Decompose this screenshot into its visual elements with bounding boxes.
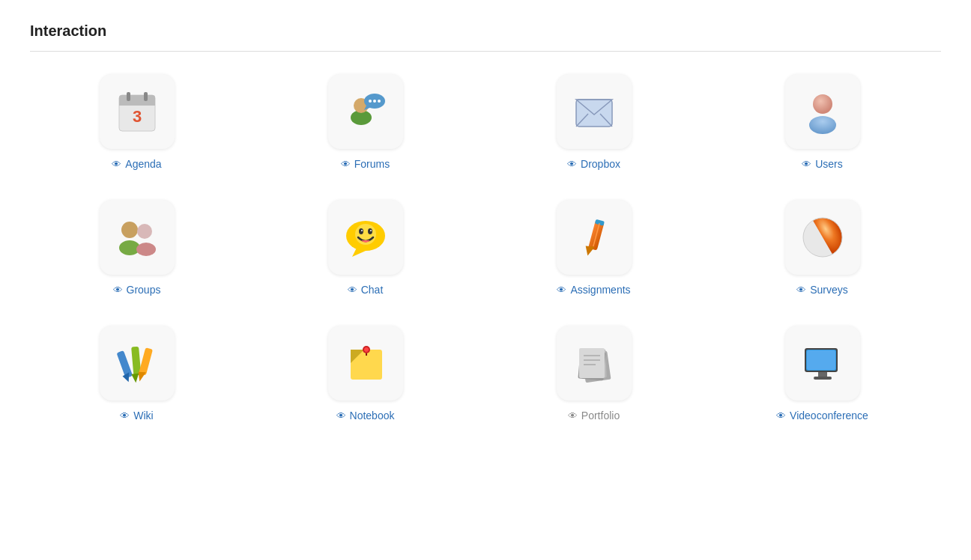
- svg-point-17: [813, 94, 832, 114]
- item-chat[interactable]: Chat: [258, 200, 472, 296]
- item-portfolio[interactable]: Portfolio: [487, 326, 701, 421]
- svg-point-21: [137, 224, 152, 239]
- visibility-icon-groups: [113, 284, 123, 296]
- label-dropbox: Dropbox: [567, 158, 620, 170]
- svg-point-26: [359, 228, 363, 234]
- label-agenda: Agenda: [112, 158, 161, 170]
- icon-box-agenda: 3: [100, 74, 175, 149]
- icon-box-portfolio: [557, 326, 632, 401]
- icon-box-surveys: [785, 200, 860, 275]
- svg-rect-3: [127, 92, 130, 101]
- svg-point-28: [361, 230, 363, 231]
- item-groups[interactable]: Groups: [30, 200, 243, 296]
- item-dropbox[interactable]: Dropbox: [487, 74, 701, 170]
- item-surveys[interactable]: Surveys: [716, 200, 929, 296]
- visibility-icon-portfolio: [568, 410, 578, 421]
- item-users[interactable]: Users: [716, 74, 929, 170]
- visibility-icon-notebook: [336, 410, 346, 421]
- label-surveys: Surveys: [796, 284, 848, 296]
- icon-box-dropbox: [557, 74, 632, 149]
- label-users: Users: [802, 158, 843, 170]
- label-assignments: Assignments: [557, 284, 630, 296]
- visibility-icon-chat: [348, 284, 357, 296]
- svg-rect-40: [139, 347, 153, 375]
- item-forums[interactable]: Forums: [258, 74, 472, 170]
- item-agenda[interactable]: 3 Agenda: [30, 74, 243, 170]
- visibility-icon-surveys: [796, 284, 806, 296]
- visibility-icon-forums: [341, 158, 351, 170]
- svg-rect-56: [807, 350, 835, 370]
- svg-point-22: [136, 243, 156, 256]
- icon-box-forums: [328, 74, 403, 149]
- svg-rect-2: [119, 103, 155, 106]
- label-wiki: Wiki: [120, 410, 153, 421]
- svg-text:3: 3: [132, 107, 141, 126]
- label-videoconference: Videoconference: [776, 410, 868, 421]
- label-portfolio: Portfolio: [568, 410, 620, 421]
- page-title: Interaction: [30, 22, 941, 40]
- svg-point-19: [121, 222, 138, 238]
- icon-box-wiki: [100, 326, 175, 401]
- visibility-icon-assignments: [557, 284, 566, 296]
- label-notebook: Notebook: [336, 410, 395, 421]
- item-notebook[interactable]: Notebook: [258, 326, 472, 421]
- svg-point-45: [364, 347, 369, 352]
- svg-point-18: [809, 116, 836, 134]
- svg-point-29: [370, 230, 372, 231]
- visibility-icon-videoconference: [776, 410, 786, 421]
- visibility-icon-users: [802, 158, 811, 170]
- items-grid: 3 Agenda Forum: [30, 74, 929, 421]
- svg-rect-50: [579, 348, 605, 378]
- svg-point-12: [378, 100, 381, 103]
- label-chat: Chat: [348, 284, 384, 296]
- item-assignments[interactable]: Assignments: [487, 200, 701, 296]
- svg-rect-36: [116, 350, 133, 378]
- icon-box-assignments: [557, 200, 632, 275]
- divider: [30, 51, 941, 52]
- svg-rect-58: [814, 377, 832, 380]
- visibility-icon-dropbox: [567, 158, 577, 170]
- icon-box-notebook: [328, 326, 403, 401]
- svg-rect-57: [818, 372, 827, 377]
- svg-point-10: [369, 100, 372, 103]
- item-wiki[interactable]: Wiki: [30, 326, 243, 421]
- svg-rect-4: [144, 92, 148, 101]
- svg-point-27: [368, 228, 372, 234]
- label-groups: Groups: [113, 284, 161, 296]
- icon-box-videoconference: [785, 326, 860, 401]
- visibility-icon-agenda: [112, 158, 121, 170]
- icon-box-chat: [328, 200, 403, 275]
- icon-box-groups: [100, 200, 175, 275]
- item-videoconference[interactable]: Videoconference: [716, 326, 929, 421]
- visibility-icon-wiki: [120, 410, 130, 421]
- label-forums: Forums: [341, 158, 390, 170]
- svg-point-11: [373, 100, 376, 103]
- icon-box-users: [785, 74, 860, 149]
